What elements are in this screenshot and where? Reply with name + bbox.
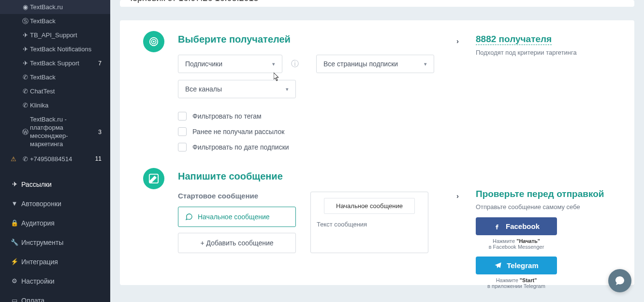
plug-icon: ⚡ xyxy=(11,258,18,265)
badge: 11 xyxy=(95,155,102,162)
recipients-count-sub: Подходят под критерии таргетинга xyxy=(476,49,611,56)
nav-label: Рассылки xyxy=(21,181,52,188)
facebook-hint: Нажмите "Начать"в Facebook Messenger xyxy=(476,238,557,250)
filter-date-row[interactable]: Фильтровать по дате подписки xyxy=(178,143,611,151)
card-icon: ▭ xyxy=(11,297,18,302)
nav-Аудитория[interactable]: 🔒Аудитория xyxy=(0,213,110,233)
chevron-down-icon: ▾ xyxy=(424,61,427,67)
sidebar: ◉TextBack.ruⓈTextBack✈TB_API_Support✈Tex… xyxy=(0,0,110,302)
nav-label: Интеграция xyxy=(21,258,58,266)
channel-label: TextBack.ru xyxy=(30,3,63,11)
chevron-right-icon[interactable]: › xyxy=(456,192,459,200)
recipients-count[interactable]: 8882 получателя xyxy=(476,34,552,45)
facebook-test-button[interactable]: Facebook xyxy=(476,217,557,235)
checkbox[interactable] xyxy=(178,127,187,136)
facebook-icon: ◉ xyxy=(21,3,29,11)
chat-fab[interactable] xyxy=(608,269,631,292)
nav-Оплата[interactable]: ▭Оплата xyxy=(0,291,110,302)
telegram-icon xyxy=(494,262,502,270)
viber-icon: ✆ xyxy=(21,74,29,81)
verify-block: › Проверьте перед отправкой Отправьте со… xyxy=(476,189,611,296)
gear-icon: ⚙ xyxy=(11,277,18,285)
sidebar-channel-9[interactable]: ⚠✆+7495088451411 xyxy=(0,152,110,166)
add-message-button[interactable]: + Добавить сообщение xyxy=(178,233,296,253)
sidebar-channel-8[interactable]: ⓌTextBack.ru - платформа мессенджер-марк… xyxy=(0,112,110,152)
badge: 3 xyxy=(98,129,102,136)
sidebar-channel-4[interactable]: ✈TextBack Support7 xyxy=(0,56,110,70)
channel-label: +74950884514 xyxy=(30,155,72,163)
badge: 7 xyxy=(98,60,102,67)
nav-Настройки[interactable]: ⚙Настройки xyxy=(0,272,110,291)
warning-icon: ⚠ xyxy=(11,155,16,163)
sidebar-channel-7[interactable]: ✆Klinika xyxy=(0,98,110,112)
info-icon[interactable]: ⓘ xyxy=(291,59,299,69)
verify-sub: Отправьте сообщение самому себе xyxy=(476,203,611,211)
viber-icon: ✆ xyxy=(21,102,29,109)
telegram-hint: Нажмите "Start"в приложении Telegram xyxy=(476,277,557,289)
channel-label: TextBack xyxy=(30,17,56,25)
campaign-card: Выберите получателей Подписчики ▾ ⓘ Все … xyxy=(120,20,634,285)
message-preview: Начальное сообщение Текст сообщения xyxy=(310,192,428,253)
chevron-down-icon: ▾ xyxy=(286,86,289,92)
telegram-icon: ✈ xyxy=(21,31,29,39)
channel-label: ChatTest xyxy=(30,88,55,95)
nav-label: Оплата xyxy=(21,297,44,302)
skype-icon: Ⓢ xyxy=(21,17,29,26)
nav-Интеграция[interactable]: ⚡Интеграция xyxy=(0,252,110,272)
target-icon xyxy=(143,31,164,52)
start-message-label: Стартовое сообщение xyxy=(178,192,296,200)
vk-icon: Ⓦ xyxy=(21,128,29,136)
preview-tab[interactable]: Начальное сообщение xyxy=(324,198,415,214)
filter-new-row[interactable]: Ранее не получали рассылок xyxy=(178,127,611,136)
channel-label: Klinika xyxy=(30,102,48,109)
edit-icon xyxy=(143,168,164,189)
channel-label: TextBack xyxy=(30,74,56,81)
facebook-icon xyxy=(493,223,501,230)
channel-label: TextBack Support xyxy=(30,60,79,67)
send-icon: ✈ xyxy=(11,181,18,188)
nav-Автоворонки[interactable]: ▼Автоворонки xyxy=(0,194,110,213)
chevron-down-icon: ▾ xyxy=(272,61,275,67)
sidebar-channel-1[interactable]: ⓈTextBack xyxy=(0,14,110,28)
preview-text: Текст сообщения xyxy=(317,221,367,228)
recipients-count-block: › 8882 получателя Подходят под критерии … xyxy=(476,34,611,56)
checkbox[interactable] xyxy=(178,112,187,121)
nav-label: Автоворонки xyxy=(21,200,61,208)
channel-label: TextBack Notifications xyxy=(30,45,91,53)
sidebar-channel-0[interactable]: ◉TextBack.ru xyxy=(0,0,110,14)
telegram-test-button[interactable]: Telegram xyxy=(476,257,557,274)
nav-Инструменты[interactable]: 🔧Инструменты xyxy=(0,233,110,252)
initial-message-button[interactable]: Начальное сообщение xyxy=(178,207,296,227)
chat-icon xyxy=(185,213,193,221)
nav-label: Настройки xyxy=(21,277,55,285)
message-title: Напишите сообщение xyxy=(178,171,611,182)
sidebar-channel-5[interactable]: ✆TextBack xyxy=(0,70,110,84)
draft-header: Черновик от 16:07:26 16.08.2018 xyxy=(120,0,634,7)
channel-label: TB_API_Support xyxy=(30,31,77,39)
channel-label: TextBack.ru - платформа мессенджер-марке… xyxy=(30,116,98,149)
viber-icon: ✆ xyxy=(21,88,29,95)
filter-icon: ▼ xyxy=(11,200,18,207)
sidebar-channel-3[interactable]: ✈TextBack Notifications xyxy=(0,42,110,56)
nav-label: Инструменты xyxy=(21,239,63,246)
channels-select[interactable]: Все каналы ▾ xyxy=(178,80,296,98)
pages-select[interactable]: Все страницы подписки ▾ xyxy=(316,55,434,73)
filter-tags-row[interactable]: Фильтровать по тегам xyxy=(178,112,611,121)
nav-label: Аудитория xyxy=(21,219,55,227)
verify-title: Проверьте перед отправкой xyxy=(476,189,611,199)
telegram-icon: ✈ xyxy=(21,60,29,67)
chat-bubble-icon xyxy=(614,275,626,287)
sidebar-channel-6[interactable]: ✆ChatTest xyxy=(0,84,110,98)
lock-icon: 🔒 xyxy=(11,219,18,226)
chevron-right-icon[interactable]: › xyxy=(456,37,459,45)
subscribers-select[interactable]: Подписчики ▾ xyxy=(178,55,282,73)
main-content: Черновик от 16:07:26 16.08.2018 Выберите… xyxy=(110,0,644,302)
telegram-icon: ✈ xyxy=(21,45,29,53)
sidebar-channel-2[interactable]: ✈TB_API_Support xyxy=(0,28,110,42)
whatsapp-icon: ✆ xyxy=(21,155,29,163)
svg-point-2 xyxy=(153,41,155,43)
nav-Рассылки[interactable]: ✈Рассылки xyxy=(0,175,110,194)
draft-title: Черновик от 16:07:26 16.08.2018 xyxy=(127,0,258,3)
checkbox[interactable] xyxy=(178,143,187,151)
wrench-icon: 🔧 xyxy=(11,239,18,246)
